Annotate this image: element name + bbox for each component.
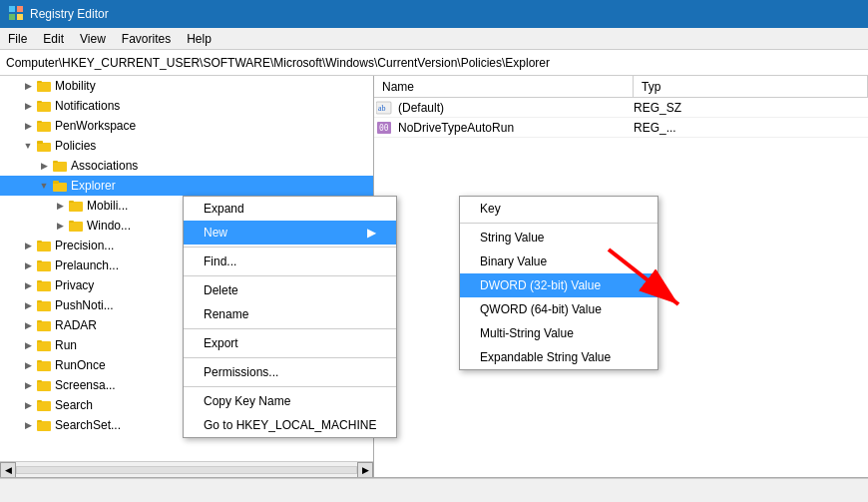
expand-icon-screensav: ▶ [20,377,36,393]
reg-binary-icon: 00 [374,118,394,138]
menu-file[interactable]: File [0,30,35,48]
tree-label-mobili-sub: Mobili... [87,199,128,213]
expand-icon-precision: ▶ [20,238,36,253]
tree-label-searchset: SearchSet... [55,418,121,432]
address-bar: Computer\HKEY_CURRENT_USER\SOFTWARE\Micr… [0,50,868,76]
svg-text:00: 00 [379,124,389,133]
svg-rect-7 [37,102,51,112]
ctx-new[interactable]: New ▶ [184,221,396,245]
tree-item-policies[interactable]: ▼ Policies [0,136,373,156]
expand-icon-search: ▶ [20,397,36,413]
folder-icon-searchset [36,417,52,433]
svg-rect-28 [37,300,42,302]
folder-icon-search [36,397,52,413]
expand-icon-searchset: ▶ [20,417,36,433]
scroll-right[interactable]: ▶ [357,462,373,478]
ctx-rename[interactable]: Rename [184,302,396,326]
tree-label-privacy: Privacy [55,278,94,292]
tree-item-notifications[interactable]: ▶ Notifications [0,96,373,116]
ctx-sep-5 [184,386,396,387]
folder-icon-prelaunch [36,257,52,273]
ctx-permissions[interactable]: Permissions... [184,360,396,384]
svg-rect-20 [69,221,74,223]
menu-favorites[interactable]: Favorites [114,30,179,48]
tree-label-associations: Associations [71,159,138,173]
ctx-new-arrow: ▶ [367,226,376,240]
sub-binary[interactable]: Binary Value [460,250,657,273]
folder-icon-pushnotif [36,297,52,313]
ctx-sep-3 [184,328,396,329]
sub-qword[interactable]: QWORD (64-bit) Value [460,297,657,321]
ctx-sep-2 [184,275,396,276]
tree-item-associations[interactable]: ▶ Associations [0,156,373,176]
registry-item-nodriveautorun[interactable]: 00 NoDriveTypeAutoRun REG_... [374,118,868,138]
sub-multistring[interactable]: Multi-String Value [460,321,657,345]
right-header: Name Typ [374,76,868,98]
svg-rect-37 [37,401,51,411]
expand-icon-policies: ▼ [20,138,36,154]
folder-icon-policies [36,138,52,154]
svg-rect-22 [37,241,42,243]
scroll-left[interactable]: ◀ [0,462,16,478]
svg-rect-9 [37,122,51,132]
svg-rect-24 [37,260,42,262]
address-path: Computer\HKEY_CURRENT_USER\SOFTWARE\Micr… [6,56,550,70]
tree-scrollbar: ◀ ▶ [0,461,373,477]
svg-rect-27 [37,301,51,311]
status-bar [0,478,868,502]
svg-rect-19 [69,222,83,232]
ctx-sep-1 [184,247,396,248]
tree-label-policies: Policies [55,139,96,153]
ctx-gotohklm[interactable]: Go to HKEY_LOCAL_MACHINE [184,413,396,437]
svg-rect-29 [37,321,51,331]
tree-label-mobility: Mobility [55,79,96,93]
folder-icon-runonce [36,357,52,373]
tree-label-windo-sub: Windo... [87,219,131,233]
svg-rect-40 [37,420,42,422]
expand-icon-explorer: ▼ [36,178,52,194]
svg-rect-14 [53,161,58,163]
svg-rect-0 [9,6,15,12]
sub-string[interactable]: String Value [460,226,657,250]
sub-sep-1 [460,223,657,224]
sub-key[interactable]: Key [460,197,657,221]
col-header-type[interactable]: Typ [634,76,868,97]
sub-expandable[interactable]: Expandable String Value [460,345,657,369]
tree-label-prelaunch: Prelaunch... [55,258,119,272]
ctx-export[interactable]: Export [184,331,396,355]
ctx-expand[interactable]: Expand [184,197,396,221]
ab-icon: ab [374,98,394,118]
tree-label-penworkspace: PenWorkspace [55,119,136,133]
svg-rect-12 [37,141,43,144]
folder-icon-associations [52,158,68,174]
tree-label-pushnotif: PushNoti... [55,298,114,312]
tree-label-screensav: Screensa... [55,378,116,392]
tree-item-mobility[interactable]: ▶ Mobility [0,76,373,96]
tree-label-precision: Precision... [55,239,114,252]
menu-help[interactable]: Help [179,30,219,48]
nodriveautorun-name: NoDriveTypeAutoRun [394,121,634,135]
title-bar-text: Registry Editor [30,7,109,21]
svg-rect-26 [37,280,42,282]
tree-label-explorer: Explorer [71,179,116,193]
menu-edit[interactable]: Edit [35,30,72,48]
svg-rect-15 [53,183,67,192]
menu-view[interactable]: View [72,30,114,48]
menu-bar: File Edit View Favorites Help [0,28,868,50]
context-menu-container: Expand New ▶ Find... Delete Rename Expor… [183,196,397,438]
ctx-delete[interactable]: Delete [184,278,396,302]
col-header-name[interactable]: Name [374,76,634,97]
sub-dword[interactable]: DWORD (32-bit) Value [460,273,657,297]
default-type: REG_SZ [634,101,868,115]
svg-rect-6 [37,81,42,83]
submenu-container: Key String Value Binary Value DWORD (32-… [459,196,658,370]
tree-item-explorer[interactable]: ▼ Explorer [0,176,373,196]
ctx-copykeyname[interactable]: Copy Key Name [184,389,396,413]
tree-label-notifications: Notifications [55,99,120,113]
ctx-find[interactable]: Find... [184,250,396,273]
tree-label-search: Search [55,398,93,412]
svg-text:ab: ab [378,104,386,113]
tree-item-penworkspace[interactable]: ▶ PenWorkspace [0,116,373,136]
svg-rect-18 [69,201,74,203]
registry-item-default[interactable]: ab (Default) REG_SZ [374,98,868,118]
